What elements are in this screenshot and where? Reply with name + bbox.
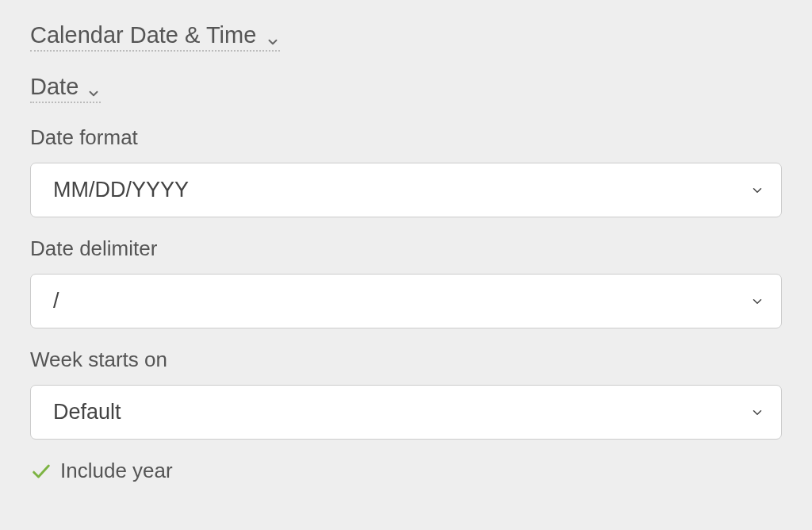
field-date-delimiter: Date delimiter / bbox=[30, 236, 782, 328]
chevron-down-icon bbox=[266, 29, 280, 43]
label-date-format: Date format bbox=[30, 125, 782, 150]
checkbox-include-year[interactable]: Include year bbox=[30, 459, 782, 483]
label-week-starts: Week starts on bbox=[30, 348, 782, 372]
subsection-title: Date bbox=[30, 74, 79, 100]
section-header-calendar[interactable]: Calendar Date & Time bbox=[30, 22, 280, 52]
select-value: Default bbox=[53, 400, 121, 424]
select-value: / bbox=[53, 289, 59, 313]
check-icon bbox=[30, 460, 52, 482]
select-week-starts[interactable]: Default bbox=[30, 385, 782, 440]
field-date-format: Date format MM/DD/YYYY bbox=[30, 125, 782, 217]
checkbox-label: Include year bbox=[60, 459, 173, 483]
section-title: Calendar Date & Time bbox=[30, 22, 256, 48]
select-date-delimiter[interactable]: / bbox=[30, 274, 782, 328]
select-value: MM/DD/YYYY bbox=[53, 178, 189, 202]
field-week-starts: Week starts on Default bbox=[30, 348, 782, 440]
subsection-header-date[interactable]: Date bbox=[30, 74, 101, 103]
label-date-delimiter: Date delimiter bbox=[30, 236, 782, 261]
select-date-format[interactable]: MM/DD/YYYY bbox=[30, 163, 782, 217]
chevron-down-icon bbox=[86, 80, 101, 94]
